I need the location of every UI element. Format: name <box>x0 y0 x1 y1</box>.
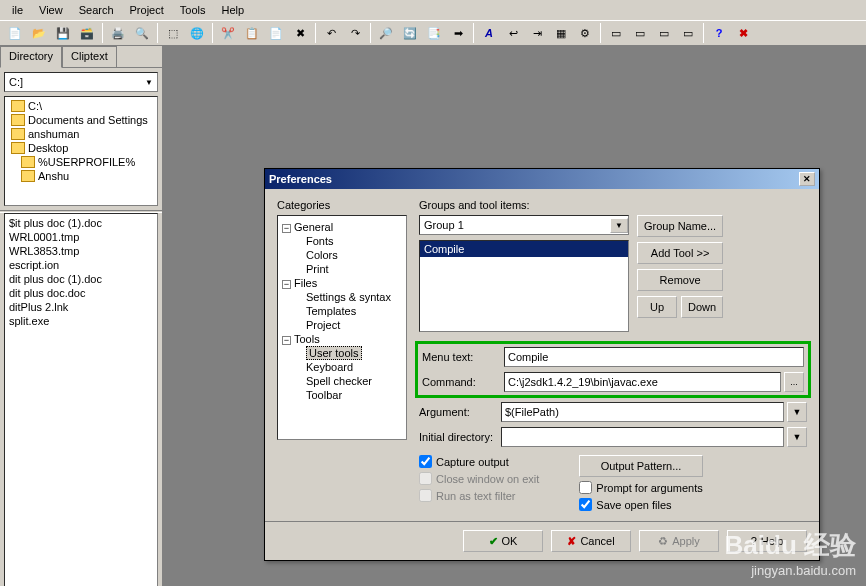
initial-dir-input[interactable] <box>501 427 784 447</box>
save-icon[interactable]: 💾 <box>52 22 74 44</box>
close-icon[interactable]: ✕ <box>799 172 815 186</box>
command-browse-button[interactable]: ... <box>784 372 804 392</box>
window1-icon[interactable]: ▭ <box>605 22 627 44</box>
menu-project[interactable]: Project <box>122 2 172 18</box>
hex-icon[interactable]: ⬚ <box>162 22 184 44</box>
cat-templates[interactable]: Templates <box>306 304 402 318</box>
up-button[interactable]: Up <box>637 296 677 318</box>
file-item[interactable]: $it plus doc (1).doc <box>9 216 153 230</box>
cancel-button[interactable]: ✘Cancel <box>551 530 631 552</box>
cat-fonts[interactable]: Fonts <box>306 234 402 248</box>
columns-icon[interactable]: ▦ <box>550 22 572 44</box>
menu-search[interactable]: Search <box>71 2 122 18</box>
cat-user-tools[interactable]: User tools <box>306 346 362 360</box>
x-icon: ✘ <box>567 535 576 548</box>
file-item[interactable]: split.exe <box>9 314 153 328</box>
cat-tools[interactable]: −Tools <box>282 332 402 346</box>
preview-icon[interactable]: 🔍 <box>131 22 153 44</box>
file-item[interactable]: dit plus doc (1).doc <box>9 272 153 286</box>
folder-icon <box>11 100 25 112</box>
folder-item[interactable]: Anshu <box>7 169 155 183</box>
print-icon[interactable]: 🖨️ <box>107 22 129 44</box>
goto-icon[interactable]: ➡ <box>447 22 469 44</box>
categories-tree[interactable]: −General Fonts Colors Print −Files Setti… <box>277 215 407 440</box>
argument-menu-button[interactable]: ▼ <box>787 402 807 422</box>
file-list[interactable]: $it plus doc (1).doc WRL0001.tmp WRL3853… <box>4 213 158 586</box>
cat-print[interactable]: Print <box>306 262 402 276</box>
tool-item-compile[interactable]: Compile <box>420 241 628 257</box>
cat-files[interactable]: −Files <box>282 276 402 290</box>
menu-text-label: Menu text: <box>422 351 504 363</box>
apply-button[interactable]: ♻ Apply <box>639 530 719 552</box>
command-input[interactable] <box>504 372 781 392</box>
menu-text-input[interactable] <box>504 347 804 367</box>
file-item[interactable]: WRL3853.tmp <box>9 244 153 258</box>
help-icon[interactable]: ? <box>708 22 730 44</box>
folder-item[interactable]: C:\ <box>7 99 155 113</box>
argument-input[interactable] <box>501 402 784 422</box>
copy-icon[interactable]: 📋 <box>241 22 263 44</box>
remove-button[interactable]: Remove <box>637 269 723 291</box>
cut-icon[interactable]: ✂️ <box>217 22 239 44</box>
new-icon[interactable]: 📄 <box>4 22 26 44</box>
file-item[interactable]: ditPlus 2.lnk <box>9 300 153 314</box>
delete-icon[interactable]: ✖ <box>289 22 311 44</box>
menu-view[interactable]: View <box>31 2 71 18</box>
group-combo[interactable]: Group 1 <box>419 215 629 235</box>
output-pattern-button[interactable]: Output Pattern... <box>579 455 702 477</box>
config-icon[interactable]: ⚙ <box>574 22 596 44</box>
font-icon[interactable]: A <box>478 22 500 44</box>
cat-keyboard[interactable]: Keyboard <box>306 360 402 374</box>
cat-project[interactable]: Project <box>306 318 402 332</box>
window3-icon[interactable]: ▭ <box>653 22 675 44</box>
ok-button[interactable]: ✔OK <box>463 530 543 552</box>
file-item[interactable]: dit plus doc.doc <box>9 286 153 300</box>
file-item[interactable]: escript.ion <box>9 258 153 272</box>
tab-cliptext[interactable]: Cliptext <box>62 46 117 67</box>
menu-tools[interactable]: Tools <box>172 2 214 18</box>
open-icon[interactable]: 📂 <box>28 22 50 44</box>
add-tool-button[interactable]: Add Tool >> <box>637 242 723 264</box>
replace-icon[interactable]: 🔄 <box>399 22 421 44</box>
file-item[interactable]: WRL0001.tmp <box>9 230 153 244</box>
folder-item[interactable]: Documents and Settings <box>7 113 155 127</box>
help-button[interactable]: ? Help <box>727 530 807 552</box>
down-button[interactable]: Down <box>681 296 723 318</box>
save-all-icon[interactable]: 🗃️ <box>76 22 98 44</box>
stop-icon[interactable]: ✖ <box>732 22 754 44</box>
folder-item[interactable]: %USERPROFILE% <box>7 155 155 169</box>
cat-settings-syntax[interactable]: Settings & syntax <box>306 290 402 304</box>
capture-output-check[interactable]: Capture output <box>419 455 539 468</box>
argument-label: Argument: <box>419 406 501 418</box>
initial-dir-menu-button[interactable]: ▼ <box>787 427 807 447</box>
findfiles-icon[interactable]: 📑 <box>423 22 445 44</box>
cat-toolbar[interactable]: Toolbar <box>306 388 402 402</box>
undo-icon[interactable]: ↶ <box>320 22 342 44</box>
tool-list[interactable]: Compile <box>419 240 629 332</box>
highlight-box: Menu text: Command: ... <box>415 341 811 398</box>
redo-icon[interactable]: ↷ <box>344 22 366 44</box>
menu-file[interactable]: ile <box>4 2 31 18</box>
save-open-check[interactable]: Save open files <box>579 498 702 511</box>
window2-icon[interactable]: ▭ <box>629 22 651 44</box>
window4-icon[interactable]: ▭ <box>677 22 699 44</box>
wordwrap-icon[interactable]: ↩ <box>502 22 524 44</box>
indent-icon[interactable]: ⇥ <box>526 22 548 44</box>
find-icon[interactable]: 🔎 <box>375 22 397 44</box>
drive-combo[interactable]: C:] <box>4 72 158 92</box>
prompt-args-check[interactable]: Prompt for arguments <box>579 481 702 494</box>
paste-icon[interactable]: 📄 <box>265 22 287 44</box>
folder-item[interactable]: anshuman <box>7 127 155 141</box>
browser-icon[interactable]: 🌐 <box>186 22 208 44</box>
dialog-titlebar[interactable]: Preferences ✕ <box>265 169 819 189</box>
cat-general[interactable]: −General <box>282 220 402 234</box>
group-name-button[interactable]: Group Name... <box>637 215 723 237</box>
cat-spell-checker[interactable]: Spell checker <box>306 374 402 388</box>
folder-tree[interactable]: C:\ Documents and Settings anshuman Desk… <box>4 96 158 206</box>
dialog-title: Preferences <box>269 173 332 185</box>
folder-item[interactable]: Desktop <box>7 141 155 155</box>
folder-icon <box>11 142 25 154</box>
tab-directory[interactable]: Directory <box>0 46 62 68</box>
menu-help[interactable]: Help <box>213 2 252 18</box>
cat-colors[interactable]: Colors <box>306 248 402 262</box>
